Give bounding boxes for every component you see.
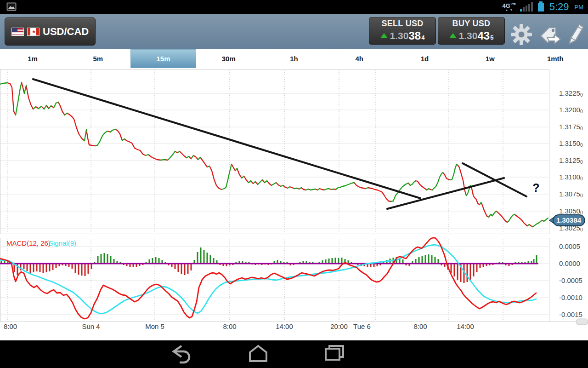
macd-histogram-bar xyxy=(328,259,330,264)
home-button-icon[interactable] xyxy=(248,345,268,362)
macd-histogram-bar xyxy=(191,264,192,270)
buy-button[interactable]: BUY USD 1.30 43 5 xyxy=(438,17,505,45)
macd-histogram-bar xyxy=(536,255,537,264)
sell-price-fraction: 4 xyxy=(421,34,424,41)
macd-histogram-bar xyxy=(451,264,452,273)
sell-price-pips: 38 xyxy=(408,29,421,42)
macd-histogram-bar xyxy=(425,255,426,264)
android-navigation-bar xyxy=(0,340,588,368)
price-macd-chart[interactable]: ?1.322501.320001.317501.315001.312501.31… xyxy=(0,68,588,340)
macd-histogram-bar xyxy=(75,264,76,273)
us-flag-icon xyxy=(11,28,24,36)
macd-histogram-bar xyxy=(23,264,25,269)
draw-pencil-icon[interactable] xyxy=(566,23,585,46)
tab-5m[interactable]: 5m xyxy=(65,49,130,68)
buy-price-fraction: 5 xyxy=(490,34,493,41)
macd-histogram-bar xyxy=(428,254,430,264)
clock-period: PM xyxy=(575,4,584,11)
screenshot-notification-icon[interactable] xyxy=(6,2,17,11)
macd-histogram-bar xyxy=(175,264,176,269)
signal-line xyxy=(0,245,536,314)
macd-histogram-bar xyxy=(101,254,102,264)
time-axis-label: 8:00 xyxy=(413,322,427,330)
buy-price-pips: 43 xyxy=(477,29,490,42)
macd-histogram-bar xyxy=(91,264,92,269)
macd-histogram-bar xyxy=(36,264,38,271)
price-axis-label: 1.30500 xyxy=(559,207,583,215)
macd-histogram-bar xyxy=(210,255,211,264)
canada-flag-icon xyxy=(27,28,40,36)
clock-time: 5:29 xyxy=(549,1,569,13)
tab-1d[interactable]: 1d xyxy=(392,49,457,68)
buy-button-label: BUY USD xyxy=(452,19,491,29)
settings-gear-icon[interactable] xyxy=(510,23,532,46)
app-screen: 4GLTE ▲▼ 5:29 PM USD/CAD SELL USD 1.30 3… xyxy=(0,0,588,368)
sell-button[interactable]: SELL USD 1.30 38 4 xyxy=(369,17,436,45)
macd-histogram-bar xyxy=(181,264,182,274)
app-header: USD/CAD SELL USD 1.30 38 4 BUY USD 1.30 … xyxy=(0,14,588,50)
macd-histogram-bar xyxy=(152,258,153,264)
macd-histogram-bar xyxy=(33,264,34,272)
data-activity-arrows-icon: ▲▼ xyxy=(505,8,513,12)
macd-histogram-bar xyxy=(187,264,189,274)
tab-15m[interactable]: 15m xyxy=(130,49,196,68)
chart-area[interactable]: ?1.322501.320001.317501.315001.312501.31… xyxy=(0,68,588,340)
orders-tag-icon[interactable] xyxy=(537,23,562,46)
back-button-icon[interactable] xyxy=(170,345,194,365)
tab-1h[interactable]: 1h xyxy=(261,49,327,68)
macd-histogram-bar xyxy=(335,258,336,264)
price-up-arrow-icon xyxy=(380,33,388,38)
macd-histogram-bar xyxy=(20,264,22,270)
macd-histogram-bar xyxy=(46,264,47,272)
macd-histogram-bar xyxy=(178,264,179,272)
macd-axis-label: 0.0005 xyxy=(559,242,580,250)
macd-histogram-bar xyxy=(467,264,468,282)
macd-histogram-bar xyxy=(78,264,79,275)
tab-1w[interactable]: 1w xyxy=(458,49,523,68)
macd-histogram-bar xyxy=(52,264,54,270)
network-4g-lte-icon: 4GLTE ▲▼ xyxy=(502,3,515,12)
price-axis-label: 1.31750 xyxy=(559,123,583,131)
macd-axis-label: -0.0005 xyxy=(559,276,582,284)
instrument-name: USD/CAD xyxy=(43,26,89,38)
macd-histogram-bar xyxy=(27,264,28,271)
macd-legend-label: MACD(12, 26) xyxy=(6,239,51,247)
macd-axis-label: -0.0015 xyxy=(559,310,582,318)
macd-histogram-bar xyxy=(341,258,343,264)
tab-30m[interactable]: 30m xyxy=(196,49,261,68)
instrument-selector-button[interactable]: USD/CAD xyxy=(5,17,96,46)
macd-histogram-bar xyxy=(422,256,423,264)
price-axis-label: 1.31500 xyxy=(559,139,583,148)
price-up-arrow-icon xyxy=(449,33,457,38)
macd-histogram-bar xyxy=(110,256,112,264)
timeframe-tab-bar: 1m5m15m30m1h4h1d1w1mth xyxy=(0,49,588,69)
tab-1m[interactable]: 1m xyxy=(0,49,65,68)
macd-histogram-bar xyxy=(338,258,339,264)
macd-histogram-bar xyxy=(155,257,157,264)
time-axis-label: Mon 5 xyxy=(145,322,164,330)
price-axis-label: 1.30750 xyxy=(559,190,583,198)
macd-histogram-bar xyxy=(200,247,202,264)
question-mark-annotation[interactable]: ? xyxy=(532,181,539,194)
tab-4h[interactable]: 4h xyxy=(327,49,392,68)
macd-histogram-bar xyxy=(418,257,420,264)
tab-1mth[interactable]: 1mth xyxy=(523,49,588,68)
macd-axis-label: -0.0010 xyxy=(559,293,582,301)
macd-histogram-bar xyxy=(213,258,215,264)
macd-histogram-bar xyxy=(49,264,51,271)
sell-price-prefix: 1.30 xyxy=(390,30,409,41)
sell-button-label: SELL USD xyxy=(381,19,423,29)
macd-histogram-bar xyxy=(435,257,436,264)
time-axis-label: 14:00 xyxy=(276,322,293,330)
macd-histogram-bar xyxy=(81,264,83,276)
macd-histogram-bar xyxy=(30,264,31,273)
price-axis-label: 1.31000 xyxy=(559,173,583,181)
time-axis-label: 20:00 xyxy=(330,322,348,330)
time-axis-label: 14:00 xyxy=(457,322,474,330)
macd-histogram-bar xyxy=(457,264,458,280)
macd-axis-label: 0.0000 xyxy=(559,259,580,267)
macd-histogram-bar xyxy=(104,253,105,264)
recent-apps-button-icon[interactable] xyxy=(324,345,345,362)
chart-resize-handle xyxy=(576,319,588,325)
macd-histogram-bar xyxy=(204,250,205,264)
